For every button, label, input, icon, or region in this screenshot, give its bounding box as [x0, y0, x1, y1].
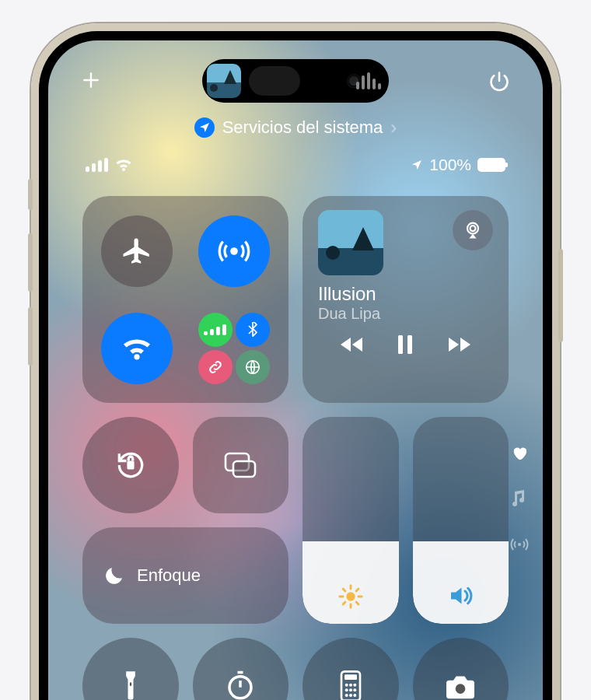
- brightness-slider[interactable]: [302, 417, 399, 624]
- brightness-icon: [337, 583, 364, 610]
- airplane-icon: [121, 235, 153, 268]
- svg-point-29: [344, 688, 348, 691]
- location-icon: [194, 117, 215, 138]
- connectivity-page-icon: [510, 535, 529, 554]
- action-button: [28, 179, 33, 210]
- rotation-lock-icon: [114, 448, 148, 482]
- track-artist: Dua Lipa: [318, 305, 493, 323]
- camera-cell: [413, 638, 509, 700]
- status-bar: 100%: [48, 156, 543, 174]
- svg-point-27: [349, 684, 352, 687]
- timer-icon: [224, 670, 257, 700]
- volume-up-button: [28, 233, 33, 292]
- cellular-signal-icon: [86, 158, 108, 172]
- album-art: [318, 210, 383, 275]
- vpn-toggle[interactable]: [236, 350, 270, 384]
- svg-point-34: [353, 694, 356, 697]
- rotation-lock-button[interactable]: [82, 417, 179, 513]
- timer-cell: [193, 638, 289, 700]
- connectivity-cluster[interactable]: [198, 313, 270, 384]
- play-pause-button[interactable]: [396, 334, 414, 355]
- svg-line-17: [356, 602, 358, 604]
- svg-rect-25: [344, 674, 357, 680]
- airplay-icon: [462, 219, 484, 241]
- location-indicator-icon: [411, 159, 423, 171]
- now-playing-card[interactable]: Illusion Dua Lipa: [302, 196, 509, 403]
- calculator-button[interactable]: [302, 638, 399, 700]
- moon-icon: [103, 564, 126, 587]
- globe-icon: [244, 359, 261, 376]
- screen-mirroring-button[interactable]: [193, 417, 289, 513]
- control-center-grid: Illusion Dua Lipa: [82, 196, 509, 700]
- wifi-icon: [114, 157, 133, 173]
- svg-rect-6: [398, 335, 403, 354]
- svg-point-5: [467, 223, 478, 234]
- battery-percentage: 100%: [429, 156, 471, 174]
- cellular-toggle[interactable]: [198, 313, 233, 347]
- svg-point-28: [353, 684, 356, 687]
- add-control-button[interactable]: [81, 70, 101, 92]
- bluetooth-toggle[interactable]: [236, 313, 270, 347]
- power-button[interactable]: [488, 70, 510, 92]
- system-services-label: Servicios del sistema: [222, 117, 383, 138]
- battery-icon: [477, 158, 505, 172]
- svg-point-26: [344, 684, 348, 687]
- svg-point-33: [349, 694, 352, 697]
- pause-icon: [396, 334, 414, 355]
- previous-track-button[interactable]: [339, 335, 367, 354]
- track-title: Illusion: [318, 283, 493, 305]
- connectivity-card[interactable]: [82, 196, 289, 403]
- svg-point-32: [344, 694, 348, 697]
- volume-down-button: [28, 307, 33, 366]
- svg-point-2: [230, 247, 238, 255]
- device-bezel: Servicios del sistema › 100%: [39, 31, 552, 700]
- focus-label: Enfoque: [137, 565, 201, 586]
- wifi-icon: [120, 334, 154, 362]
- volume-slider[interactable]: [413, 417, 509, 624]
- forward-icon: [444, 335, 472, 354]
- next-track-button[interactable]: [444, 335, 472, 354]
- wifi-toggle[interactable]: [101, 313, 173, 384]
- svg-line-18: [343, 602, 345, 604]
- svg-rect-20: [130, 682, 131, 686]
- device-frame: Servicios del sistema › 100%: [31, 23, 560, 700]
- flashlight-cell: [82, 638, 179, 700]
- svg-point-11: [346, 592, 355, 600]
- music-note-icon: [512, 488, 527, 507]
- page-indicator-rail[interactable]: [510, 445, 529, 554]
- svg-point-4: [470, 226, 476, 231]
- flashlight-button[interactable]: [82, 638, 179, 700]
- svg-rect-10: [233, 461, 255, 477]
- calculator-icon: [338, 670, 363, 700]
- chevron-right-icon: ›: [390, 117, 397, 138]
- volume-icon: [446, 582, 474, 610]
- svg-rect-7: [407, 335, 412, 354]
- personal-hotspot-toggle[interactable]: [198, 350, 233, 384]
- focus-button[interactable]: Enfoque: [82, 527, 289, 624]
- screen-mirroring-icon: [222, 450, 258, 480]
- airplay-button[interactable]: [453, 210, 493, 250]
- airdrop-icon: [216, 233, 252, 269]
- screen: Servicios del sistema › 100%: [48, 40, 543, 700]
- system-services-row[interactable]: Servicios del sistema ›: [48, 117, 543, 138]
- camera-icon: [443, 672, 477, 700]
- svg-point-30: [349, 688, 352, 691]
- rotation-lock-cell: [82, 417, 179, 513]
- svg-line-19: [356, 589, 358, 591]
- svg-point-31: [353, 688, 356, 691]
- bluetooth-icon: [245, 322, 261, 338]
- flashlight-icon: [120, 670, 142, 700]
- svg-line-16: [343, 589, 345, 591]
- camera-button[interactable]: [413, 638, 509, 700]
- calculator-cell: [302, 638, 399, 700]
- svg-point-36: [518, 543, 521, 546]
- heart-icon: [511, 445, 528, 460]
- airplane-mode-toggle[interactable]: [101, 215, 173, 287]
- airdrop-toggle[interactable]: [198, 215, 270, 287]
- svg-rect-8: [127, 461, 134, 470]
- rewind-icon: [339, 335, 367, 354]
- timer-button[interactable]: [193, 638, 289, 700]
- link-icon: [207, 359, 224, 376]
- svg-point-35: [456, 684, 466, 694]
- side-button: [558, 249, 563, 342]
